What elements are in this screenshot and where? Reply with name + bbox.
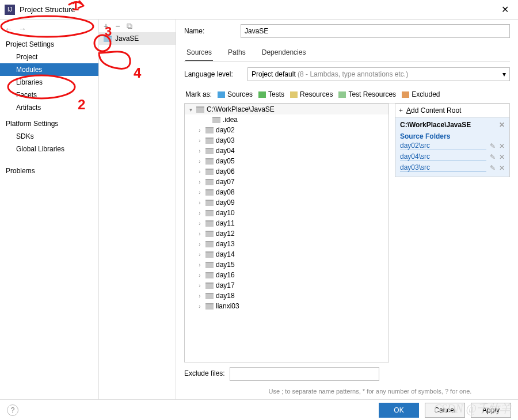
content-tree[interactable]: ▾ C:\WorkPlace\JavaSE .idea › day02 › da… bbox=[184, 104, 389, 362]
tree-node[interactable]: › day12 bbox=[185, 228, 389, 239]
tree-node[interactable]: › day08 bbox=[185, 187, 389, 197]
nav-global-libraries[interactable]: Global Libraries bbox=[0, 143, 98, 155]
tree-root-row[interactable]: ▾ C:\WorkPlace\JavaSE bbox=[185, 104, 389, 114]
tab-paths[interactable]: Paths bbox=[227, 45, 247, 61]
cancel-button[interactable]: Cancel bbox=[425, 403, 465, 418]
folder-icon bbox=[205, 303, 214, 310]
folder-icon bbox=[205, 189, 214, 196]
tree-node[interactable]: › day17 bbox=[185, 280, 389, 291]
mark-test-resources-button[interactable]: Test Resources bbox=[338, 90, 396, 98]
folder-icon bbox=[196, 106, 204, 113]
tree-node[interactable]: › day07 bbox=[185, 177, 389, 187]
nav-libraries[interactable]: Libraries bbox=[0, 76, 98, 89]
tree-node-label: day04 bbox=[216, 147, 235, 155]
mark-sources-button[interactable]: Sources bbox=[218, 90, 253, 98]
tree-node[interactable]: › day02 bbox=[185, 125, 389, 135]
mark-excluded-button[interactable]: Excluded bbox=[402, 90, 440, 98]
tree-node[interactable]: › day18 bbox=[185, 291, 389, 301]
nav-project[interactable]: Project bbox=[0, 51, 98, 63]
mark-tests-button[interactable]: Tests bbox=[258, 90, 284, 98]
excluded-swatch-icon bbox=[402, 91, 409, 98]
folder-icon bbox=[205, 169, 214, 175]
mark-as-toolbar: Mark as: Sources Tests Resources Test Re… bbox=[184, 88, 510, 104]
resources-swatch-icon bbox=[290, 91, 298, 98]
test-resources-swatch-icon bbox=[338, 91, 346, 98]
sources-swatch-icon bbox=[218, 91, 225, 98]
tree-node-label: day05 bbox=[216, 157, 235, 165]
source-folder-path: day04\src bbox=[400, 152, 486, 161]
nav-modules[interactable]: Modules bbox=[0, 63, 98, 76]
nav-back-button[interactable]: ← bbox=[5, 24, 13, 33]
tree-node-label: day14 bbox=[216, 250, 235, 258]
content-root-block: C:\WorkPlace\JavaSE ✕ Source Folders day… bbox=[395, 117, 510, 177]
tab-dependencies[interactable]: Dependencies bbox=[261, 45, 307, 61]
nav-forward-button[interactable]: → bbox=[18, 24, 26, 33]
tree-node[interactable]: › day09 bbox=[185, 197, 389, 208]
folder-icon bbox=[205, 148, 214, 154]
tree-node[interactable]: › day04 bbox=[185, 146, 389, 156]
help-button[interactable]: ? bbox=[7, 404, 18, 416]
remove-icon[interactable]: ✕ bbox=[499, 153, 505, 161]
folder-icon bbox=[205, 210, 214, 216]
exclude-hint: Use ; to separate name patterns, * for a… bbox=[230, 385, 510, 395]
folder-icon bbox=[205, 220, 214, 227]
tree-node[interactable]: .idea bbox=[185, 114, 389, 125]
tree-node[interactable]: › lianxi03 bbox=[185, 301, 389, 311]
remove-icon[interactable]: ✕ bbox=[499, 142, 505, 150]
chevron-down-icon: ▾ bbox=[502, 70, 506, 78]
mark-resources-button[interactable]: Resources bbox=[290, 90, 333, 98]
module-name-input[interactable] bbox=[241, 24, 510, 38]
nav-facets[interactable]: Facets bbox=[0, 89, 98, 101]
module-icon bbox=[104, 36, 112, 42]
tree-node-label: day12 bbox=[216, 230, 235, 238]
tree-node[interactable]: › day06 bbox=[185, 166, 389, 177]
remove-module-button[interactable]: − bbox=[114, 21, 121, 30]
ok-button[interactable]: OK bbox=[379, 403, 419, 418]
nav-artifacts[interactable]: Artifacts bbox=[0, 101, 98, 114]
copy-module-button[interactable]: ⧉ bbox=[125, 21, 134, 31]
tree-node[interactable]: › day16 bbox=[185, 270, 389, 280]
remove-content-root-button[interactable]: ✕ bbox=[499, 121, 505, 129]
tree-node-label: day10 bbox=[216, 209, 235, 217]
edit-icon[interactable]: ✎ bbox=[490, 153, 496, 161]
tree-node[interactable]: › day15 bbox=[185, 259, 389, 270]
edit-icon[interactable]: ✎ bbox=[490, 142, 496, 150]
tree-node[interactable]: › day14 bbox=[185, 249, 389, 259]
tree-node[interactable]: › day13 bbox=[185, 239, 389, 249]
tree-node[interactable]: › day03 bbox=[185, 135, 389, 146]
tree-node-label: day13 bbox=[216, 240, 235, 248]
add-module-button[interactable]: + bbox=[102, 21, 109, 30]
tree-node-label: day11 bbox=[216, 219, 235, 227]
tree-node[interactable]: › day11 bbox=[185, 218, 389, 228]
tree-node-label: day18 bbox=[216, 292, 235, 300]
source-folders-heading: Source Folders bbox=[400, 132, 505, 140]
remove-icon[interactable]: ✕ bbox=[499, 164, 505, 172]
tree-node-label: day09 bbox=[216, 198, 235, 207]
source-folder-item[interactable]: day04\src ✎ ✕ bbox=[400, 151, 505, 162]
add-content-root-button[interactable]: + Add Add Content RootContent Root bbox=[395, 104, 510, 117]
exclude-files-input[interactable] bbox=[230, 367, 379, 381]
module-tabs: Sources Paths Dependencies bbox=[184, 45, 510, 62]
plus-icon: + bbox=[399, 106, 403, 114]
folder-icon bbox=[205, 282, 214, 289]
tab-sources[interactable]: Sources bbox=[185, 45, 213, 61]
module-item-label: JavaSE bbox=[115, 35, 139, 43]
nav-problems[interactable]: Problems bbox=[0, 165, 98, 177]
exclude-files-label: Exclude files: bbox=[184, 367, 225, 377]
source-folder-path: day02\src bbox=[400, 142, 486, 150]
folder-icon bbox=[205, 272, 214, 278]
apply-button[interactable]: Apply bbox=[471, 403, 511, 418]
source-folder-item[interactable]: day02\src ✎ ✕ bbox=[400, 140, 505, 151]
section-platform-settings: Platform Settings bbox=[0, 114, 98, 130]
source-folder-item[interactable]: day03\src ✎ ✕ bbox=[400, 162, 505, 173]
module-item-javase[interactable]: JavaSE bbox=[99, 32, 176, 45]
folder-icon bbox=[205, 200, 214, 206]
language-level-dropdown[interactable]: Project default (8 - Lambdas, type annot… bbox=[247, 67, 510, 81]
nav-sdks[interactable]: SDKs bbox=[0, 130, 98, 143]
edit-icon[interactable]: ✎ bbox=[490, 164, 496, 172]
close-button[interactable]: ✕ bbox=[497, 2, 513, 17]
folder-icon bbox=[205, 231, 214, 237]
tree-node[interactable]: › day10 bbox=[185, 208, 389, 218]
tree-node[interactable]: › day05 bbox=[185, 156, 389, 166]
tree-node-label: lianxi03 bbox=[216, 302, 239, 310]
